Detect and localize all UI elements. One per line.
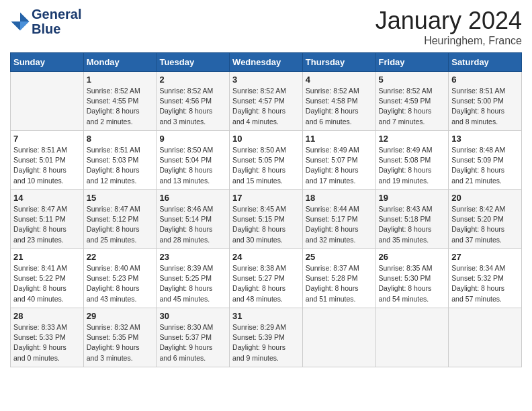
calendar-cell: 27Sunrise: 8:34 AM Sunset: 5:32 PM Dayli… xyxy=(449,249,522,308)
day-info: Sunrise: 8:52 AM Sunset: 4:56 PM Dayligh… xyxy=(159,86,226,127)
calendar-cell: 16Sunrise: 8:46 AM Sunset: 5:14 PM Dayli… xyxy=(157,190,230,249)
day-number: 6 xyxy=(451,75,519,85)
logo: General Blue xyxy=(10,7,81,36)
calendar-cell: 12Sunrise: 8:49 AM Sunset: 5:08 PM Dayli… xyxy=(375,131,449,190)
day-info: Sunrise: 8:33 AM Sunset: 5:33 PM Dayligh… xyxy=(13,322,81,363)
day-info: Sunrise: 8:52 AM Sunset: 4:58 PM Dayligh… xyxy=(306,86,373,127)
logo-text: General Blue xyxy=(32,7,81,36)
calendar-cell: 30Sunrise: 8:30 AM Sunset: 5:37 PM Dayli… xyxy=(157,308,230,367)
day-number: 5 xyxy=(379,75,446,85)
calendar-cell: 5Sunrise: 8:52 AM Sunset: 4:59 PM Daylig… xyxy=(375,72,449,131)
day-number: 19 xyxy=(379,193,446,203)
day-number: 24 xyxy=(232,252,300,262)
day-number: 22 xyxy=(87,252,154,262)
day-info: Sunrise: 8:46 AM Sunset: 5:14 PM Dayligh… xyxy=(159,204,226,245)
calendar-cell: 10Sunrise: 8:50 AM Sunset: 5:05 PM Dayli… xyxy=(230,131,303,190)
day-number: 23 xyxy=(159,252,226,262)
day-info: Sunrise: 8:35 AM Sunset: 5:30 PM Dayligh… xyxy=(379,263,446,304)
day-number: 26 xyxy=(379,252,446,262)
day-number: 4 xyxy=(306,75,373,85)
day-number: 18 xyxy=(306,193,373,203)
calendar-cell xyxy=(449,308,522,367)
day-number: 30 xyxy=(159,311,226,321)
day-info: Sunrise: 8:45 AM Sunset: 5:15 PM Dayligh… xyxy=(232,204,300,245)
day-info: Sunrise: 8:30 AM Sunset: 5:37 PM Dayligh… xyxy=(159,322,226,363)
calendar-cell: 2Sunrise: 8:52 AM Sunset: 4:56 PM Daylig… xyxy=(157,72,230,131)
day-info: Sunrise: 8:51 AM Sunset: 5:00 PM Dayligh… xyxy=(451,86,519,127)
calendar-cell: 1Sunrise: 8:52 AM Sunset: 4:55 PM Daylig… xyxy=(83,72,157,131)
page-container: General Blue January 2024 Heuringhem, Fr… xyxy=(0,0,532,374)
month-title: January 2024 xyxy=(375,7,522,35)
calendar-cell: 13Sunrise: 8:48 AM Sunset: 5:09 PM Dayli… xyxy=(449,131,522,190)
calendar-cell: 14Sunrise: 8:47 AM Sunset: 5:11 PM Dayli… xyxy=(11,190,84,249)
col-header-wednesday: Wednesday xyxy=(230,53,303,72)
calendar-header-row: SundayMondayTuesdayWednesdayThursdayFrid… xyxy=(11,53,522,72)
calendar-cell: 8Sunrise: 8:51 AM Sunset: 5:03 PM Daylig… xyxy=(83,131,157,190)
col-header-friday: Friday xyxy=(375,53,449,72)
calendar-cell: 4Sunrise: 8:52 AM Sunset: 4:58 PM Daylig… xyxy=(302,72,375,131)
calendar-cell xyxy=(375,308,449,367)
day-info: Sunrise: 8:38 AM Sunset: 5:27 PM Dayligh… xyxy=(232,263,300,304)
calendar-cell xyxy=(302,308,375,367)
svg-marker-2 xyxy=(20,21,30,31)
day-info: Sunrise: 8:32 AM Sunset: 5:35 PM Dayligh… xyxy=(87,322,154,363)
day-number: 29 xyxy=(87,311,154,321)
day-info: Sunrise: 8:50 AM Sunset: 5:05 PM Dayligh… xyxy=(232,145,300,186)
calendar-cell: 11Sunrise: 8:49 AM Sunset: 5:07 PM Dayli… xyxy=(302,131,375,190)
day-number: 12 xyxy=(379,134,446,144)
calendar-cell: 17Sunrise: 8:45 AM Sunset: 5:15 PM Dayli… xyxy=(230,190,303,249)
day-info: Sunrise: 8:49 AM Sunset: 5:08 PM Dayligh… xyxy=(379,145,446,186)
calendar-cell: 18Sunrise: 8:44 AM Sunset: 5:17 PM Dayli… xyxy=(302,190,375,249)
day-info: Sunrise: 8:39 AM Sunset: 5:25 PM Dayligh… xyxy=(159,263,226,304)
calendar-cell: 7Sunrise: 8:51 AM Sunset: 5:01 PM Daylig… xyxy=(11,131,84,190)
day-number: 27 xyxy=(451,252,519,262)
day-info: Sunrise: 8:44 AM Sunset: 5:17 PM Dayligh… xyxy=(306,204,373,245)
day-number: 31 xyxy=(232,311,300,321)
svg-marker-1 xyxy=(11,21,21,31)
day-info: Sunrise: 8:40 AM Sunset: 5:23 PM Dayligh… xyxy=(87,263,154,304)
day-number: 14 xyxy=(13,193,81,203)
col-header-tuesday: Tuesday xyxy=(157,53,230,72)
day-info: Sunrise: 8:51 AM Sunset: 5:01 PM Dayligh… xyxy=(13,145,81,186)
calendar-cell: 20Sunrise: 8:42 AM Sunset: 5:20 PM Dayli… xyxy=(449,190,522,249)
day-number: 9 xyxy=(159,134,226,144)
calendar-week-row: 14Sunrise: 8:47 AM Sunset: 5:11 PM Dayli… xyxy=(11,190,522,249)
day-number: 15 xyxy=(87,193,154,203)
day-number: 11 xyxy=(306,134,373,144)
day-number: 28 xyxy=(13,311,81,321)
calendar-cell: 22Sunrise: 8:40 AM Sunset: 5:23 PM Dayli… xyxy=(83,249,157,308)
day-number: 16 xyxy=(159,193,226,203)
calendar-week-row: 21Sunrise: 8:41 AM Sunset: 5:22 PM Dayli… xyxy=(11,249,522,308)
day-number: 7 xyxy=(13,134,81,144)
calendar-cell: 21Sunrise: 8:41 AM Sunset: 5:22 PM Dayli… xyxy=(11,249,84,308)
location-title: Heuringhem, France xyxy=(375,35,522,47)
day-info: Sunrise: 8:43 AM Sunset: 5:18 PM Dayligh… xyxy=(379,204,446,245)
calendar-table: SundayMondayTuesdayWednesdayThursdayFrid… xyxy=(10,52,522,367)
day-number: 25 xyxy=(306,252,373,262)
calendar-cell: 28Sunrise: 8:33 AM Sunset: 5:33 PM Dayli… xyxy=(11,308,84,367)
day-info: Sunrise: 8:50 AM Sunset: 5:04 PM Dayligh… xyxy=(159,145,226,186)
calendar-cell: 3Sunrise: 8:52 AM Sunset: 4:57 PM Daylig… xyxy=(230,72,303,131)
calendar-cell: 31Sunrise: 8:29 AM Sunset: 5:39 PM Dayli… xyxy=(230,308,303,367)
day-info: Sunrise: 8:37 AM Sunset: 5:28 PM Dayligh… xyxy=(306,263,373,304)
calendar-cell xyxy=(11,72,84,131)
calendar-cell: 15Sunrise: 8:47 AM Sunset: 5:12 PM Dayli… xyxy=(83,190,157,249)
calendar-cell: 9Sunrise: 8:50 AM Sunset: 5:04 PM Daylig… xyxy=(157,131,230,190)
col-header-saturday: Saturday xyxy=(449,53,522,72)
day-info: Sunrise: 8:48 AM Sunset: 5:09 PM Dayligh… xyxy=(451,145,519,186)
header: General Blue January 2024 Heuringhem, Fr… xyxy=(10,7,522,47)
day-info: Sunrise: 8:34 AM Sunset: 5:32 PM Dayligh… xyxy=(451,263,519,304)
day-number: 1 xyxy=(87,75,154,85)
day-info: Sunrise: 8:41 AM Sunset: 5:22 PM Dayligh… xyxy=(13,263,81,304)
day-number: 13 xyxy=(451,134,519,144)
calendar-cell: 23Sunrise: 8:39 AM Sunset: 5:25 PM Dayli… xyxy=(157,249,230,308)
day-number: 20 xyxy=(451,193,519,203)
calendar-cell: 25Sunrise: 8:37 AM Sunset: 5:28 PM Dayli… xyxy=(302,249,375,308)
calendar-cell: 26Sunrise: 8:35 AM Sunset: 5:30 PM Dayli… xyxy=(375,249,449,308)
col-header-thursday: Thursday xyxy=(302,53,375,72)
day-number: 3 xyxy=(232,75,300,85)
calendar-week-row: 28Sunrise: 8:33 AM Sunset: 5:33 PM Dayli… xyxy=(11,308,522,367)
svg-marker-0 xyxy=(20,13,30,22)
day-number: 21 xyxy=(13,252,81,262)
calendar-week-row: 7Sunrise: 8:51 AM Sunset: 5:01 PM Daylig… xyxy=(11,131,522,190)
